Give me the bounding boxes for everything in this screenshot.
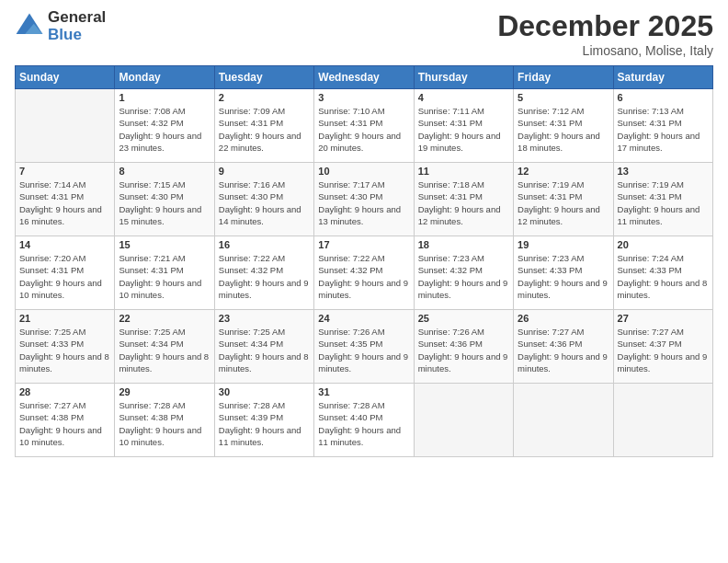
day-info: Sunrise: 7:08 AMSunset: 4:32 PMDaylight:… [119, 105, 210, 154]
day-number: 8 [119, 166, 210, 177]
day-number: 17 [318, 239, 409, 250]
day-cell: 30Sunrise: 7:28 AMSunset: 4:39 PMDayligh… [214, 384, 313, 457]
day-info: Sunrise: 7:18 AMSunset: 4:31 PMDaylight:… [418, 178, 509, 227]
day-info: Sunrise: 7:19 AMSunset: 4:31 PMDaylight:… [618, 178, 709, 227]
day-cell: 15Sunrise: 7:21 AMSunset: 4:31 PMDayligh… [115, 236, 214, 310]
calendar-table: SundayMondayTuesdayWednesdayThursdayFrid… [15, 65, 713, 457]
header-cell-saturday: Saturday [613, 66, 712, 89]
day-cell: 27Sunrise: 7:27 AMSunset: 4:37 PMDayligh… [613, 310, 712, 384]
day-info: Sunrise: 7:20 AMSunset: 4:31 PMDaylight:… [19, 252, 110, 301]
day-cell: 31Sunrise: 7:28 AMSunset: 4:40 PMDayligh… [314, 384, 414, 457]
header-cell-sunday: Sunday [16, 66, 115, 89]
week-row-3: 21Sunrise: 7:25 AMSunset: 4:33 PMDayligh… [16, 310, 713, 384]
day-number: 12 [518, 166, 609, 177]
day-cell: 17Sunrise: 7:22 AMSunset: 4:32 PMDayligh… [314, 236, 414, 310]
day-info: Sunrise: 7:12 AMSunset: 4:31 PMDaylight:… [518, 105, 609, 154]
day-number: 21 [19, 313, 110, 324]
day-number: 18 [418, 239, 509, 250]
day-cell: 10Sunrise: 7:17 AMSunset: 4:30 PMDayligh… [314, 163, 414, 236]
day-cell: 6Sunrise: 7:13 AMSunset: 4:31 PMDaylight… [613, 89, 712, 163]
day-info: Sunrise: 7:22 AMSunset: 4:32 PMDaylight:… [219, 252, 310, 301]
day-info: Sunrise: 7:23 AMSunset: 4:33 PMDaylight:… [518, 252, 609, 301]
logo-line2: Blue [48, 27, 106, 44]
day-info: Sunrise: 7:28 AMSunset: 4:39 PMDaylight:… [219, 399, 310, 448]
day-number: 19 [518, 239, 609, 250]
day-info: Sunrise: 7:28 AMSunset: 4:38 PMDaylight:… [119, 399, 210, 448]
day-number: 4 [418, 92, 509, 103]
day-number: 6 [618, 92, 709, 103]
day-number: 9 [219, 166, 310, 177]
day-number: 31 [318, 386, 409, 397]
day-info: Sunrise: 7:16 AMSunset: 4:30 PMDaylight:… [219, 178, 310, 227]
day-cell: 26Sunrise: 7:27 AMSunset: 4:36 PMDayligh… [514, 310, 613, 384]
day-info: Sunrise: 7:17 AMSunset: 4:30 PMDaylight:… [318, 178, 409, 227]
day-cell: 7Sunrise: 7:14 AMSunset: 4:31 PMDaylight… [16, 163, 115, 236]
day-info: Sunrise: 7:26 AMSunset: 4:35 PMDaylight:… [318, 326, 409, 374]
day-cell: 23Sunrise: 7:25 AMSunset: 4:34 PMDayligh… [214, 310, 313, 384]
day-info: Sunrise: 7:23 AMSunset: 4:32 PMDaylight:… [418, 252, 509, 301]
day-cell: 13Sunrise: 7:19 AMSunset: 4:31 PMDayligh… [613, 163, 712, 236]
day-info: Sunrise: 7:27 AMSunset: 4:36 PMDaylight:… [518, 326, 609, 374]
day-info: Sunrise: 7:21 AMSunset: 4:31 PMDaylight:… [119, 252, 210, 301]
day-number: 1 [119, 92, 210, 103]
day-cell [16, 89, 115, 163]
day-number: 13 [618, 166, 709, 177]
day-info: Sunrise: 7:14 AMSunset: 4:31 PMDaylight:… [19, 178, 110, 227]
day-cell: 28Sunrise: 7:27 AMSunset: 4:38 PMDayligh… [16, 384, 115, 457]
day-cell: 9Sunrise: 7:16 AMSunset: 4:30 PMDaylight… [214, 163, 313, 236]
logo: General Blue [15, 9, 106, 43]
day-number: 25 [418, 313, 509, 324]
day-number: 14 [19, 239, 110, 250]
day-info: Sunrise: 7:26 AMSunset: 4:36 PMDaylight:… [418, 326, 509, 374]
day-cell: 14Sunrise: 7:20 AMSunset: 4:31 PMDayligh… [16, 236, 115, 310]
header-cell-monday: Monday [115, 66, 214, 89]
day-number: 7 [19, 166, 110, 177]
day-cell [414, 384, 513, 457]
day-number: 16 [219, 239, 310, 250]
day-cell: 22Sunrise: 7:25 AMSunset: 4:34 PMDayligh… [115, 310, 214, 384]
day-number: 3 [318, 92, 409, 103]
day-cell: 8Sunrise: 7:15 AMSunset: 4:30 PMDaylight… [115, 163, 214, 236]
day-cell [514, 384, 613, 457]
day-cell: 2Sunrise: 7:09 AMSunset: 4:31 PMDaylight… [214, 89, 313, 163]
day-cell: 4Sunrise: 7:11 AMSunset: 4:31 PMDaylight… [414, 89, 513, 163]
header-cell-wednesday: Wednesday [314, 66, 414, 89]
day-number: 30 [219, 386, 310, 397]
week-row-0: 1Sunrise: 7:08 AMSunset: 4:32 PMDaylight… [16, 89, 713, 163]
day-cell: 5Sunrise: 7:12 AMSunset: 4:31 PMDaylight… [514, 89, 613, 163]
day-cell: 1Sunrise: 7:08 AMSunset: 4:32 PMDaylight… [115, 89, 214, 163]
month-title: December 2025 [497, 9, 713, 43]
day-info: Sunrise: 7:15 AMSunset: 4:30 PMDaylight:… [119, 178, 210, 227]
week-row-1: 7Sunrise: 7:14 AMSunset: 4:31 PMDaylight… [16, 163, 713, 236]
day-cell: 3Sunrise: 7:10 AMSunset: 4:31 PMDaylight… [314, 89, 414, 163]
day-number: 2 [219, 92, 310, 103]
subtitle: Limosano, Molise, Italy [497, 43, 713, 58]
day-info: Sunrise: 7:25 AMSunset: 4:33 PMDaylight:… [19, 326, 110, 374]
day-number: 10 [318, 166, 409, 177]
day-number: 11 [418, 166, 509, 177]
day-info: Sunrise: 7:24 AMSunset: 4:33 PMDaylight:… [618, 252, 709, 301]
day-number: 29 [119, 386, 210, 397]
day-cell: 18Sunrise: 7:23 AMSunset: 4:32 PMDayligh… [414, 236, 513, 310]
week-row-2: 14Sunrise: 7:20 AMSunset: 4:31 PMDayligh… [16, 236, 713, 310]
day-number: 20 [618, 239, 709, 250]
day-number: 5 [518, 92, 609, 103]
day-cell: 12Sunrise: 7:19 AMSunset: 4:31 PMDayligh… [514, 163, 613, 236]
day-info: Sunrise: 7:19 AMSunset: 4:31 PMDaylight:… [518, 178, 609, 227]
day-info: Sunrise: 7:25 AMSunset: 4:34 PMDaylight:… [119, 326, 210, 374]
day-cell: 21Sunrise: 7:25 AMSunset: 4:33 PMDayligh… [16, 310, 115, 384]
header-cell-tuesday: Tuesday [214, 66, 313, 89]
day-cell [613, 384, 712, 457]
day-cell: 29Sunrise: 7:28 AMSunset: 4:38 PMDayligh… [115, 384, 214, 457]
header-cell-friday: Friday [514, 66, 613, 89]
day-info: Sunrise: 7:22 AMSunset: 4:32 PMDaylight:… [318, 252, 409, 301]
day-cell: 11Sunrise: 7:18 AMSunset: 4:31 PMDayligh… [414, 163, 513, 236]
page-container: General Blue December 2025 Limosano, Mol… [0, 0, 728, 563]
day-number: 27 [618, 313, 709, 324]
header-row: SundayMondayTuesdayWednesdayThursdayFrid… [16, 66, 713, 89]
day-cell: 25Sunrise: 7:26 AMSunset: 4:36 PMDayligh… [414, 310, 513, 384]
day-info: Sunrise: 7:13 AMSunset: 4:31 PMDaylight:… [618, 105, 709, 154]
day-number: 23 [219, 313, 310, 324]
day-number: 24 [318, 313, 409, 324]
title-block: December 2025 Limosano, Molise, Italy [497, 9, 713, 58]
